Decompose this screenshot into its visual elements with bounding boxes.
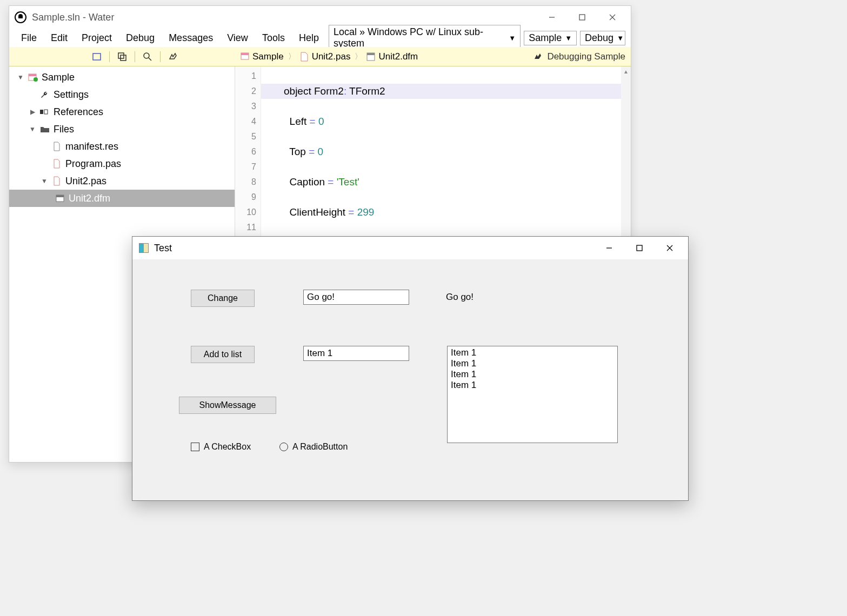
config-combo[interactable]: Debug▼ — [580, 31, 625, 45]
svg-rect-10 — [241, 53, 249, 55]
minimize-button[interactable] — [594, 239, 624, 257]
debug-icon[interactable] — [165, 49, 181, 64]
code-token: Left — [290, 116, 310, 127]
tree-label: Program.pas — [65, 158, 121, 170]
code-token: 0 — [318, 146, 324, 157]
minimize-button[interactable] — [537, 8, 567, 26]
app-titlebar[interactable]: Test — [132, 237, 688, 259]
line-number: 4 — [235, 114, 256, 129]
breadcrumb-file[interactable]: Unit2.pas — [300, 51, 351, 62]
tree-label: Sample — [42, 72, 75, 83]
menu-project[interactable]: Project — [75, 30, 118, 46]
debug-run-icon — [533, 52, 543, 62]
add-to-list-button[interactable]: Add to list — [191, 346, 255, 363]
tree-label: Files — [54, 124, 74, 135]
menu-help[interactable]: Help — [292, 30, 325, 46]
project-combo[interactable]: Sample▼ — [524, 31, 577, 45]
maximize-button[interactable] — [624, 239, 655, 257]
menubar: File Edit Project Debug Messages View To… — [9, 29, 631, 47]
menu-debug[interactable]: Debug — [119, 30, 161, 46]
svg-rect-21 — [637, 245, 642, 251]
svg-rect-5 — [118, 53, 124, 58]
form-icon — [55, 193, 65, 204]
radio-label: A RadioButton — [292, 442, 348, 452]
collapse-arrow-icon[interactable]: ▼ — [29, 125, 36, 133]
close-button[interactable] — [655, 239, 685, 257]
project-node-icon — [28, 72, 38, 83]
toolbar-row: Sample 〉 Unit2.pas 〉 Unit2.dfm Debugging… — [9, 47, 631, 66]
code-token: = — [348, 206, 357, 218]
tree-label: References — [54, 106, 103, 118]
scroll-up-icon[interactable]: ▲ — [621, 66, 631, 76]
breadcrumb-subfile[interactable]: Unit2.dfm — [366, 51, 418, 62]
code-token: = — [328, 176, 336, 188]
tree-file-program[interactable]: Program.pas — [9, 155, 235, 172]
line-number: 5 — [235, 129, 256, 144]
view-outline-icon[interactable] — [89, 49, 105, 64]
a-radiobutton[interactable]: A RadioButton — [279, 442, 348, 452]
change-input[interactable] — [303, 290, 409, 305]
collapse-arrow-icon[interactable]: ▼ — [41, 177, 48, 185]
menu-file[interactable]: File — [15, 30, 43, 46]
tree-references[interactable]: ▶ References — [9, 103, 235, 120]
change-button[interactable]: Change — [191, 290, 255, 307]
tree-label: Unit2.pas — [65, 176, 106, 187]
list-item[interactable]: Item 1 — [451, 347, 614, 358]
expand-arrow-icon[interactable]: ▶ — [29, 108, 36, 116]
toolbar-separator — [109, 51, 110, 62]
menu-messages[interactable]: Messages — [162, 30, 219, 46]
breadcrumb-bar: Sample 〉 Unit2.pas 〉 Unit2.dfm Debugging… — [235, 47, 631, 66]
tree-label: manifest.res — [65, 141, 118, 152]
window-title: Sample.sln - Water — [32, 12, 114, 23]
breadcrumb-label: Unit2.dfm — [378, 51, 418, 62]
tree-file-unit2pas[interactable]: ▼ Unit2.pas — [9, 172, 235, 190]
menu-view[interactable]: View — [221, 30, 255, 46]
svg-rect-6 — [121, 55, 126, 61]
list-item[interactable]: Item 1 — [451, 369, 614, 380]
project-combo-label: Sample — [529, 32, 562, 44]
toolbar-separator — [135, 51, 135, 62]
tree-files-folder[interactable]: ▼ Files — [9, 120, 235, 138]
test-app-window: Test Change Go go! Add to list Item 1 It… — [132, 236, 689, 501]
line-number: 1 — [235, 69, 256, 84]
list-item[interactable]: Item 1 — [451, 380, 614, 391]
collapse-arrow-icon[interactable]: ▼ — [17, 73, 24, 81]
tree-settings[interactable]: Settings — [9, 86, 235, 103]
close-button[interactable] — [597, 8, 628, 26]
item-input[interactable] — [303, 346, 409, 361]
app-default-icon — [139, 243, 149, 253]
list-item[interactable]: Item 1 — [451, 358, 614, 369]
code-token: 299 — [357, 206, 375, 218]
maximize-button[interactable] — [567, 8, 597, 26]
tree-file-manifest[interactable]: manifest.res — [9, 138, 235, 155]
a-checkbox[interactable]: A CheckBox — [191, 442, 251, 452]
app-window-title: Test — [154, 243, 172, 254]
caret-down-icon: ▼ — [565, 34, 572, 42]
references-icon — [39, 106, 50, 117]
toolbar-separator — [160, 51, 161, 62]
code-token: 0 — [318, 116, 324, 127]
file-icon — [51, 158, 62, 169]
svg-rect-14 — [29, 74, 36, 76]
menu-edit[interactable]: Edit — [44, 30, 74, 46]
duplicate-icon[interactable] — [114, 49, 130, 64]
showmessage-button[interactable]: ShowMessage — [179, 397, 276, 414]
water-app-icon — [15, 11, 26, 23]
tree-file-unit2dfm[interactable]: Unit2.dfm — [9, 190, 235, 207]
breadcrumb-project[interactable]: Sample — [241, 51, 284, 62]
tree-label: Settings — [54, 89, 89, 101]
config-combo-label: Debug — [585, 32, 613, 44]
line-number: 9 — [235, 190, 256, 205]
menu-tools[interactable]: Tools — [256, 30, 291, 46]
window-controls — [537, 8, 628, 26]
breadcrumb-label: Unit2.pas — [312, 51, 351, 62]
code-token: ClientHeight — [290, 206, 349, 218]
items-listbox[interactable]: Item 1 Item 1 Item 1 Item 1 — [447, 346, 618, 443]
code-token: 'Test' — [337, 176, 359, 188]
ide-titlebar[interactable]: Sample.sln - Water — [9, 6, 631, 29]
tree-root[interactable]: ▼ Sample — [9, 69, 235, 86]
svg-rect-19 — [56, 195, 64, 197]
form-icon — [366, 52, 375, 62]
line-number: 3 — [235, 99, 256, 114]
search-icon[interactable] — [139, 49, 156, 64]
